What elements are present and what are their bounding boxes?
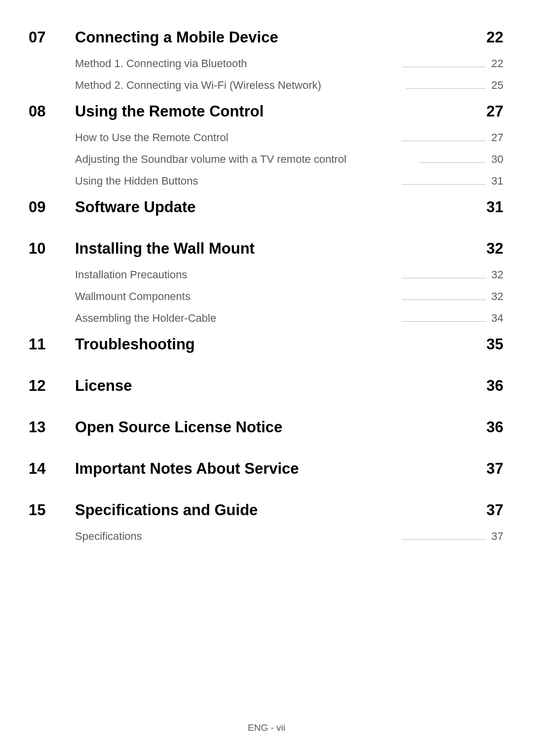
section-header[interactable]: 09Software Update31 — [29, 198, 503, 216]
section-title: Using the Remote Control — [75, 103, 487, 120]
toc-section: 12License36 — [29, 377, 503, 408]
section-title: License — [75, 377, 487, 395]
sub-item-page: 32 — [486, 290, 503, 303]
section-page: 36 — [487, 377, 503, 395]
sub-item-page: 27 — [486, 131, 503, 144]
sub-items: Method 1. Connecting via Bluetooth22Meth… — [75, 57, 503, 92]
sub-items: Installation Precautions32Wallmount Comp… — [75, 268, 503, 325]
section-header[interactable]: 07Connecting a Mobile Device22 — [29, 29, 503, 46]
toc-section: 11Troubleshooting35 — [29, 336, 503, 366]
sub-item[interactable]: Using the Hidden Buttons31 — [75, 175, 503, 188]
sub-item-title: Assembling the Holder-Cable — [75, 312, 222, 325]
sub-items: How to Use the Remote Control27Adjusting… — [75, 131, 503, 188]
section-number: 15 — [29, 501, 75, 519]
section-number: 12 — [29, 377, 75, 395]
toc-section: 14Important Notes About Service37 — [29, 460, 503, 491]
leader-line — [419, 162, 486, 163]
section-title: Specifications and Guide — [75, 501, 487, 519]
section-title: Installing the Wall Mount — [75, 240, 487, 258]
section-title: Troubleshooting — [75, 336, 487, 353]
section-header[interactable]: 14Important Notes About Service37 — [29, 460, 503, 478]
leader-line — [402, 184, 486, 185]
leader-line — [402, 539, 486, 540]
sub-items: Specifications37 — [75, 530, 503, 543]
section-page: 22 — [487, 29, 503, 46]
sub-item-page: 30 — [486, 153, 503, 166]
leader-line — [402, 141, 486, 141]
section-header[interactable]: 11Troubleshooting35 — [29, 336, 503, 353]
section-title: Important Notes About Service — [75, 460, 487, 478]
sub-item-title: How to Use the Remote Control — [75, 131, 234, 144]
sub-item[interactable]: Wallmount Components32 — [75, 290, 503, 303]
section-title: Software Update — [75, 198, 487, 216]
section-number: 09 — [29, 198, 75, 216]
section-page: 35 — [487, 336, 503, 353]
table-of-contents: 07Connecting a Mobile Device22Method 1. … — [29, 29, 503, 543]
leader-line — [402, 67, 486, 67]
section-number: 07 — [29, 29, 75, 46]
sub-item-title: Method 1. Connecting via Bluetooth — [75, 57, 253, 70]
section-page: 27 — [487, 103, 503, 120]
sub-item-title: Method 2. Connecting via Wi-Fi (Wireless… — [75, 79, 327, 92]
section-header[interactable]: 10Installing the Wall Mount32 — [29, 240, 503, 258]
section-title: Open Source License Notice — [75, 418, 487, 436]
sub-item[interactable]: Assembling the Holder-Cable34 — [75, 312, 503, 325]
leader-line — [402, 300, 486, 300]
sub-item[interactable]: Installation Precautions32 — [75, 268, 503, 281]
toc-section: 07Connecting a Mobile Device22Method 1. … — [29, 29, 503, 92]
sub-item-title: Using the Hidden Buttons — [75, 175, 204, 188]
section-number: 08 — [29, 103, 75, 120]
sub-item-page: 25 — [486, 79, 503, 92]
section-header[interactable]: 15Specifications and Guide37 — [29, 501, 503, 519]
leader-line — [402, 321, 486, 322]
sub-item-page: 37 — [486, 530, 503, 543]
toc-section: 08Using the Remote Control27How to Use t… — [29, 103, 503, 188]
section-page: 36 — [487, 418, 503, 436]
sub-item-title: Specifications — [75, 530, 148, 543]
section-page: 37 — [487, 460, 503, 478]
sub-item[interactable]: Method 2. Connecting via Wi-Fi (Wireless… — [75, 79, 503, 92]
sub-item[interactable]: Adjusting the Soundbar volume with a TV … — [75, 153, 503, 166]
sub-item[interactable]: Specifications37 — [75, 530, 503, 543]
section-page: 31 — [487, 198, 503, 216]
toc-section: 13Open Source License Notice36 — [29, 418, 503, 449]
leader-line — [402, 278, 486, 278]
sub-item-title: Adjusting the Soundbar volume with a TV … — [75, 153, 352, 166]
sub-item-page: 32 — [486, 268, 503, 281]
toc-section: 15Specifications and Guide37Specificatio… — [29, 501, 503, 543]
section-number: 14 — [29, 460, 75, 478]
toc-section: 10Installing the Wall Mount32Installatio… — [29, 240, 503, 325]
sub-item-title: Installation Precautions — [75, 268, 193, 281]
section-number: 10 — [29, 240, 75, 258]
sub-item-page: 34 — [486, 312, 503, 325]
sub-item[interactable]: Method 1. Connecting via Bluetooth22 — [75, 57, 503, 70]
section-header[interactable]: 12License36 — [29, 377, 503, 395]
sub-item-page: 31 — [486, 175, 503, 188]
section-number: 11 — [29, 336, 75, 353]
section-page: 37 — [487, 501, 503, 519]
sub-item[interactable]: How to Use the Remote Control27 — [75, 131, 503, 144]
sub-item-page: 22 — [486, 57, 503, 70]
section-header[interactable]: 13Open Source License Notice36 — [29, 418, 503, 436]
sub-item-title: Wallmount Components — [75, 290, 196, 303]
section-number: 13 — [29, 418, 75, 436]
section-title: Connecting a Mobile Device — [75, 29, 487, 46]
leader-line — [406, 88, 485, 89]
section-header[interactable]: 08Using the Remote Control27 — [29, 103, 503, 120]
page-footer: ENG - vii — [0, 722, 533, 733]
section-page: 32 — [487, 240, 503, 258]
toc-section: 09Software Update31 — [29, 198, 503, 229]
